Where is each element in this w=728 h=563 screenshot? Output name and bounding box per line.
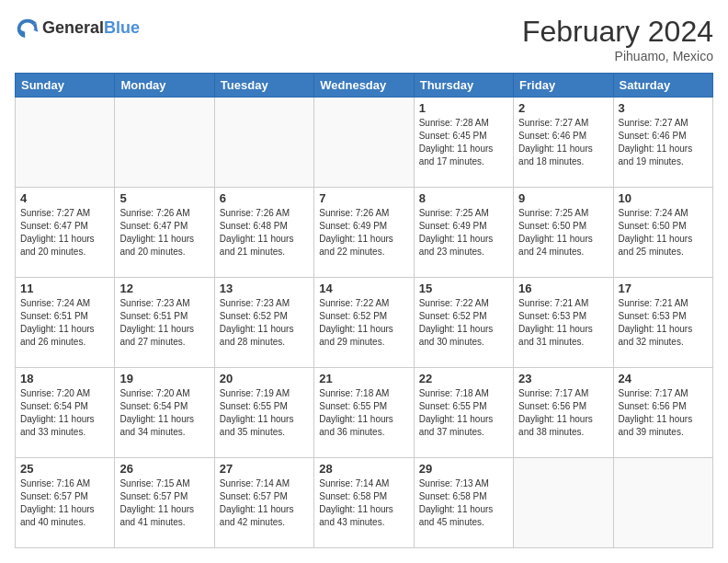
calendar-day-cell: 14Sunrise: 7:22 AM Sunset: 6:52 PM Dayli… [314, 278, 414, 368]
calendar-day-header: Monday [115, 74, 214, 98]
location: Pihuamo, Mexico [522, 49, 713, 63]
day-info: Sunrise: 7:25 AM Sunset: 6:49 PM Dayligh… [419, 207, 508, 259]
day-number: 2 [518, 101, 608, 115]
calendar-day-cell: 10Sunrise: 7:24 AM Sunset: 6:50 PM Dayli… [613, 188, 712, 278]
calendar-header-row: SundayMondayTuesdayWednesdayThursdayFrid… [16, 74, 713, 98]
calendar-day-cell: 9Sunrise: 7:25 AM Sunset: 6:50 PM Daylig… [514, 188, 613, 278]
day-number: 20 [220, 372, 309, 385]
calendar-week-row: 11Sunrise: 7:24 AM Sunset: 6:51 PM Dayli… [16, 278, 713, 368]
calendar-week-row: 4Sunrise: 7:27 AM Sunset: 6:47 PM Daylig… [16, 188, 713, 278]
month-title: February 2024 [522, 15, 713, 49]
logo-blue-text: Blue [104, 18, 140, 37]
day-info: Sunrise: 7:14 AM Sunset: 6:58 PM Dayligh… [319, 477, 408, 529]
calendar-day-cell [115, 98, 214, 188]
calendar-day-cell: 28Sunrise: 7:14 AM Sunset: 6:58 PM Dayli… [314, 458, 414, 548]
day-number: 11 [20, 282, 109, 295]
calendar-day-cell: 18Sunrise: 7:20 AM Sunset: 6:54 PM Dayli… [16, 368, 115, 458]
day-number: 8 [419, 191, 508, 205]
day-number: 24 [619, 372, 708, 385]
calendar-day-cell: 6Sunrise: 7:26 AM Sunset: 6:48 PM Daylig… [214, 188, 313, 278]
day-info: Sunrise: 7:23 AM Sunset: 6:52 PM Dayligh… [220, 297, 309, 349]
day-info: Sunrise: 7:22 AM Sunset: 6:52 PM Dayligh… [319, 297, 408, 349]
day-number: 7 [319, 191, 408, 205]
calendar-day-cell: 26Sunrise: 7:15 AM Sunset: 6:57 PM Dayli… [115, 458, 214, 548]
day-number: 29 [419, 462, 508, 476]
day-info: Sunrise: 7:14 AM Sunset: 6:57 PM Dayligh… [220, 477, 309, 529]
calendar-day-cell: 24Sunrise: 7:17 AM Sunset: 6:56 PM Dayli… [613, 368, 712, 458]
day-info: Sunrise: 7:19 AM Sunset: 6:55 PM Dayligh… [220, 387, 309, 439]
day-number: 6 [220, 191, 309, 205]
day-number: 9 [518, 191, 608, 205]
calendar-day-cell: 8Sunrise: 7:25 AM Sunset: 6:49 PM Daylig… [414, 188, 513, 278]
day-number: 28 [319, 462, 408, 476]
day-info: Sunrise: 7:27 AM Sunset: 6:46 PM Dayligh… [619, 117, 708, 168]
calendar-day-header: Thursday [414, 74, 513, 98]
day-number: 22 [419, 372, 508, 385]
calendar-day-cell [214, 98, 313, 188]
day-number: 16 [518, 282, 608, 295]
day-number: 21 [319, 372, 408, 385]
calendar-day-cell: 15Sunrise: 7:22 AM Sunset: 6:52 PM Dayli… [414, 278, 513, 368]
calendar-day-cell [613, 458, 712, 548]
day-info: Sunrise: 7:27 AM Sunset: 6:47 PM Dayligh… [20, 207, 109, 259]
logo: GeneralBlue [15, 15, 140, 40]
page: GeneralBlue February 2024 Pihuamo, Mexic… [0, 0, 728, 563]
day-number: 23 [518, 372, 608, 385]
day-info: Sunrise: 7:17 AM Sunset: 6:56 PM Dayligh… [518, 387, 608, 439]
day-number: 18 [20, 372, 109, 385]
day-number: 5 [119, 191, 209, 205]
calendar-day-header: Saturday [613, 74, 712, 98]
header-right: February 2024 Pihuamo, Mexico [522, 15, 713, 63]
day-info: Sunrise: 7:18 AM Sunset: 6:55 PM Dayligh… [319, 387, 408, 439]
day-info: Sunrise: 7:26 AM Sunset: 6:47 PM Dayligh… [119, 207, 209, 259]
day-info: Sunrise: 7:25 AM Sunset: 6:50 PM Dayligh… [518, 207, 608, 259]
day-info: Sunrise: 7:26 AM Sunset: 6:48 PM Dayligh… [220, 207, 309, 259]
calendar-day-header: Tuesday [214, 74, 313, 98]
calendar-day-cell: 7Sunrise: 7:26 AM Sunset: 6:49 PM Daylig… [314, 188, 414, 278]
calendar-day-cell: 20Sunrise: 7:19 AM Sunset: 6:55 PM Dayli… [214, 368, 313, 458]
day-info: Sunrise: 7:21 AM Sunset: 6:53 PM Dayligh… [518, 297, 608, 349]
calendar-day-cell: 23Sunrise: 7:17 AM Sunset: 6:56 PM Dayli… [514, 368, 613, 458]
calendar-week-row: 1Sunrise: 7:28 AM Sunset: 6:45 PM Daylig… [16, 98, 713, 188]
day-number: 15 [419, 282, 508, 295]
day-info: Sunrise: 7:23 AM Sunset: 6:51 PM Dayligh… [119, 297, 209, 349]
day-number: 25 [20, 462, 109, 476]
calendar-day-header: Friday [514, 74, 613, 98]
day-info: Sunrise: 7:24 AM Sunset: 6:51 PM Dayligh… [20, 297, 109, 349]
header: GeneralBlue February 2024 Pihuamo, Mexic… [15, 15, 713, 63]
day-number: 1 [419, 101, 508, 115]
calendar-day-cell: 12Sunrise: 7:23 AM Sunset: 6:51 PM Dayli… [115, 278, 214, 368]
calendar-day-cell: 3Sunrise: 7:27 AM Sunset: 6:46 PM Daylig… [613, 98, 712, 188]
calendar-day-cell: 2Sunrise: 7:27 AM Sunset: 6:46 PM Daylig… [514, 98, 613, 188]
calendar-day-cell [514, 458, 613, 548]
day-info: Sunrise: 7:15 AM Sunset: 6:57 PM Dayligh… [119, 477, 209, 529]
calendar-day-cell [314, 98, 414, 188]
day-number: 27 [220, 462, 309, 476]
calendar-day-cell: 16Sunrise: 7:21 AM Sunset: 6:53 PM Dayli… [514, 278, 613, 368]
calendar-week-row: 18Sunrise: 7:20 AM Sunset: 6:54 PM Dayli… [16, 368, 713, 458]
calendar-day-header: Sunday [16, 74, 115, 98]
day-number: 26 [119, 462, 209, 476]
day-info: Sunrise: 7:27 AM Sunset: 6:46 PM Dayligh… [518, 117, 608, 168]
logo-icon [15, 15, 40, 40]
calendar-day-cell: 22Sunrise: 7:18 AM Sunset: 6:55 PM Dayli… [414, 368, 513, 458]
day-info: Sunrise: 7:21 AM Sunset: 6:53 PM Dayligh… [619, 297, 708, 349]
calendar-day-cell: 13Sunrise: 7:23 AM Sunset: 6:52 PM Dayli… [214, 278, 313, 368]
calendar-day-cell: 1Sunrise: 7:28 AM Sunset: 6:45 PM Daylig… [414, 98, 513, 188]
day-number: 17 [619, 282, 708, 295]
day-number: 19 [119, 372, 209, 385]
calendar-day-cell: 25Sunrise: 7:16 AM Sunset: 6:57 PM Dayli… [16, 458, 115, 548]
calendar-week-row: 25Sunrise: 7:16 AM Sunset: 6:57 PM Dayli… [16, 458, 713, 548]
calendar-day-header: Wednesday [314, 74, 414, 98]
day-info: Sunrise: 7:28 AM Sunset: 6:45 PM Dayligh… [419, 117, 508, 168]
day-number: 12 [119, 282, 209, 295]
day-info: Sunrise: 7:18 AM Sunset: 6:55 PM Dayligh… [419, 387, 508, 439]
day-info: Sunrise: 7:22 AM Sunset: 6:52 PM Dayligh… [419, 297, 508, 349]
calendar-day-cell: 4Sunrise: 7:27 AM Sunset: 6:47 PM Daylig… [16, 188, 115, 278]
day-info: Sunrise: 7:26 AM Sunset: 6:49 PM Dayligh… [319, 207, 408, 259]
calendar-day-cell: 11Sunrise: 7:24 AM Sunset: 6:51 PM Dayli… [16, 278, 115, 368]
calendar-day-cell: 5Sunrise: 7:26 AM Sunset: 6:47 PM Daylig… [115, 188, 214, 278]
calendar-day-cell: 21Sunrise: 7:18 AM Sunset: 6:55 PM Dayli… [314, 368, 414, 458]
calendar-day-cell [16, 98, 115, 188]
logo-general-text: General [42, 18, 104, 37]
